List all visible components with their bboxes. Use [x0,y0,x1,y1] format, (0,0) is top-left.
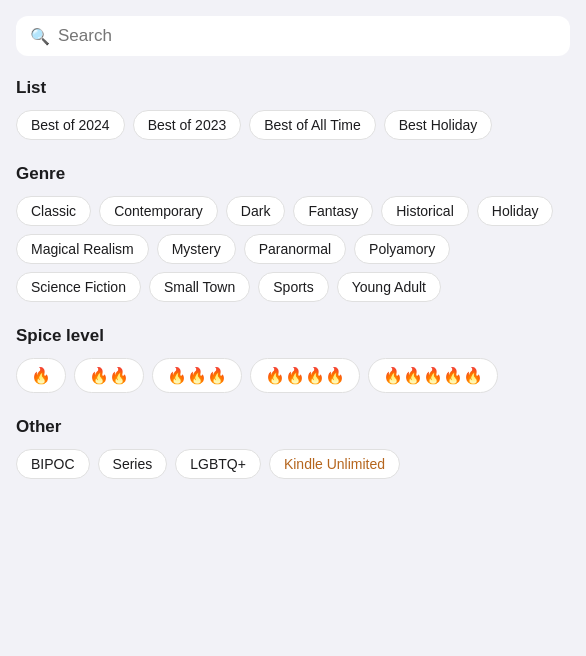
genre-tag[interactable]: Mystery [157,234,236,264]
genre-tag[interactable]: Polyamory [354,234,450,264]
genre-tag[interactable]: Holiday [477,196,554,226]
genre-tag[interactable]: Magical Realism [16,234,149,264]
other-tag[interactable]: LGBTQ+ [175,449,261,479]
genre-tags: ClassicContemporaryDarkFantasyHistorical… [16,196,570,302]
spice-tag[interactable]: 🔥🔥🔥🔥🔥 [368,358,498,393]
genre-section-title: Genre [16,164,570,184]
list-tags: Best of 2024Best of 2023Best of All Time… [16,110,570,140]
search-bar[interactable]: 🔍 [16,16,570,56]
genre-tag[interactable]: Small Town [149,272,250,302]
genre-tag[interactable]: Sports [258,272,328,302]
list-tag[interactable]: Best Holiday [384,110,493,140]
other-section: Other BIPOCSeriesLGBTQ+Kindle Unlimited [16,417,570,479]
genre-tag[interactable]: Science Fiction [16,272,141,302]
list-section-title: List [16,78,570,98]
spice-tag[interactable]: 🔥🔥 [74,358,144,393]
other-tag[interactable]: Series [98,449,168,479]
spice-tags: 🔥🔥🔥🔥🔥🔥🔥🔥🔥🔥🔥🔥🔥🔥🔥 [16,358,570,393]
genre-tag[interactable]: Historical [381,196,469,226]
genre-tag[interactable]: Classic [16,196,91,226]
list-tag[interactable]: Best of 2023 [133,110,242,140]
list-tag[interactable]: Best of All Time [249,110,375,140]
list-section: List Best of 2024Best of 2023Best of All… [16,78,570,140]
other-tag[interactable]: Kindle Unlimited [269,449,400,479]
search-icon: 🔍 [30,27,50,46]
genre-tag[interactable]: Fantasy [293,196,373,226]
genre-tag[interactable]: Dark [226,196,286,226]
other-section-title: Other [16,417,570,437]
genre-tag[interactable]: Contemporary [99,196,218,226]
other-tag[interactable]: BIPOC [16,449,90,479]
genre-section: Genre ClassicContemporaryDarkFantasyHist… [16,164,570,302]
spice-tag[interactable]: 🔥🔥🔥 [152,358,242,393]
list-tag[interactable]: Best of 2024 [16,110,125,140]
genre-tag[interactable]: Paranormal [244,234,346,264]
spice-section-title: Spice level [16,326,570,346]
spice-tag[interactable]: 🔥 [16,358,66,393]
spice-tag[interactable]: 🔥🔥🔥🔥 [250,358,360,393]
spice-section: Spice level 🔥🔥🔥🔥🔥🔥🔥🔥🔥🔥🔥🔥🔥🔥🔥 [16,326,570,393]
genre-tag[interactable]: Young Adult [337,272,441,302]
other-tags: BIPOCSeriesLGBTQ+Kindle Unlimited [16,449,570,479]
search-input[interactable] [58,26,556,46]
